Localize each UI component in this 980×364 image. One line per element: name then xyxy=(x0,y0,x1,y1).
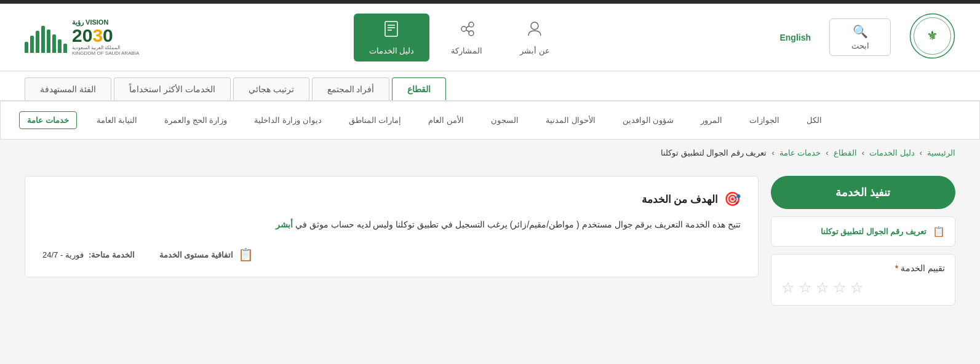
tab-most-used[interactable]: الخدمات الأكثر استخداماً xyxy=(114,77,231,100)
sub-tab-traffic[interactable]: المرور xyxy=(693,112,730,129)
star-1[interactable]: ☆ xyxy=(781,279,795,296)
search-icon: 🔍 xyxy=(853,24,868,39)
right-panel: 🎯 الهدف من الخدمة تتيح هذه الخدمة التعري… xyxy=(25,176,759,277)
vision-2030-logo: رؤية VISION 2030 المملكة العربية السعودي… xyxy=(25,18,139,56)
tab-society[interactable]: أفراد المجتمع xyxy=(312,77,390,100)
svg-rect-10 xyxy=(385,22,397,36)
svg-point-7 xyxy=(469,31,474,36)
star-3[interactable]: ☆ xyxy=(816,279,829,296)
service-guide-icon xyxy=(382,20,400,42)
service-name-row: 📋 تعريف رقم الجوال لتطبيق توكلنا xyxy=(781,226,945,237)
breadcrumb-home[interactable]: الرئيسية xyxy=(927,148,955,157)
participation-icon xyxy=(458,20,476,42)
sla-icon: 📋 xyxy=(238,247,253,262)
absher-label: عن أبشر xyxy=(520,46,550,55)
header: 🌿 ⚜ 🔍 ابحث English عن أبشر xyxy=(0,4,980,71)
service-meta-row: 📋 اتفاقية مستوى الخدمة الخدمة متاحة: فور… xyxy=(42,247,741,262)
sub-tab-general-services[interactable]: خدمات عامة xyxy=(19,111,77,129)
svg-point-4 xyxy=(531,22,538,30)
execute-service-button[interactable]: تنفيذ الخدمة xyxy=(771,176,955,209)
svg-line-9 xyxy=(466,30,469,32)
breadcrumb-section: الرئيسية › دليل الخدمات › القطاع › خدمات… xyxy=(0,140,980,166)
svg-line-8 xyxy=(466,26,469,28)
service-guide-label: دليل الخدمات xyxy=(369,46,415,55)
goal-icon: 🎯 xyxy=(724,191,741,207)
sla-item: 📋 اتفاقية مستوى الخدمة xyxy=(159,247,253,262)
svg-point-5 xyxy=(461,26,466,31)
star-4[interactable]: ☆ xyxy=(833,279,847,296)
goal-title-text: الهدف من الخدمة xyxy=(642,193,718,206)
vision-year-text: 2030 xyxy=(72,26,113,45)
breadcrumb-sep-3: › xyxy=(826,148,828,157)
tab-target-group[interactable]: الفئة المستهدفة xyxy=(25,77,111,100)
nav-participation[interactable]: المشاركة xyxy=(436,14,498,61)
service-name-icon: 📋 xyxy=(933,226,945,237)
breadcrumb-sep-2: › xyxy=(862,148,864,157)
breadcrumb-service-guide[interactable]: دليل الخدمات xyxy=(869,148,915,157)
tabs-section: القطاع أفراد المجتمع ترتيب هجائي الخدمات… xyxy=(0,71,980,101)
sub-tab-expatriates[interactable]: شؤون الوافدين xyxy=(615,112,682,129)
participation-label: المشاركة xyxy=(451,46,482,55)
breadcrumb-current: تعريف رقم الجوال لتطبيق توكلنا xyxy=(661,148,767,157)
header-nav: عن أبشر المشاركة xyxy=(354,14,566,61)
breadcrumb-sep-1: › xyxy=(920,148,922,157)
vision-bars xyxy=(25,22,67,53)
absher-icon xyxy=(525,20,544,42)
sub-tab-hajj[interactable]: وزارة الحج والعمرة xyxy=(157,112,234,129)
main-content: تنفيذ الخدمة 📋 تعريف رقم الجوال لتطبيق ت… xyxy=(0,166,980,330)
sub-tab-public-security[interactable]: الأمن العام xyxy=(421,112,471,129)
service-name-text: تعريف رقم الجوال لتطبيق توكلنا xyxy=(821,227,926,236)
rating-required: * xyxy=(895,263,898,273)
sub-tab-all[interactable]: الكل xyxy=(799,112,829,129)
sla-label[interactable]: اتفاقية مستوى الخدمة xyxy=(159,250,233,259)
sub-tab-interior-office[interactable]: ديوان وزارة الداخلية xyxy=(247,112,329,129)
saudi-emblem: 🌿 ⚜ xyxy=(909,13,955,61)
left-panel: تنفيذ الخدمة 📋 تعريف رقم الجوال لتطبيق ت… xyxy=(771,176,955,306)
english-link[interactable]: English xyxy=(779,33,811,42)
availability-value: فورية - 24/7 xyxy=(42,250,84,259)
sub-tabs-container: الكل الجوازات المرور شؤون الوافدين الأحو… xyxy=(0,101,980,140)
sub-tab-prisons[interactable]: السجون xyxy=(484,112,526,129)
sub-tab-civil-affairs[interactable]: الأحوال المدنية xyxy=(538,112,603,129)
breadcrumb: الرئيسية › دليل الخدمات › القطاع › خدمات… xyxy=(25,148,955,157)
vision-sub-text: المملكة العربية السعودية xyxy=(72,45,120,50)
absher-link[interactable]: أبشر xyxy=(276,220,293,229)
rating-label: تقييم الخدمة * xyxy=(781,263,945,273)
header-right: 🌿 ⚜ 🔍 ابحث English xyxy=(779,13,955,61)
stars-container: ☆ ☆ ☆ ☆ ☆ xyxy=(781,279,945,296)
main-tabs: القطاع أفراد المجتمع ترتيب هجائي الخدمات… xyxy=(25,77,955,100)
vision-text: رؤية VISION 2030 المملكة العربية السعودي… xyxy=(72,18,139,56)
sub-tab-emirates[interactable]: إمارات المناطق xyxy=(341,112,409,129)
breadcrumb-sep-4: › xyxy=(771,148,774,157)
availability-item: الخدمة متاحة: فورية - 24/7 xyxy=(42,250,135,259)
nav-absher[interactable]: عن أبشر xyxy=(504,14,565,61)
sub-tabs: الكل الجوازات المرور شؤون الوافدين الأحو… xyxy=(19,111,961,129)
service-description: تتيح هذه الخدمة التعريف برقم جوال مستخدم… xyxy=(42,217,741,232)
tab-alphabetical[interactable]: ترتيب هجائي xyxy=(233,77,309,100)
search-label: ابحث xyxy=(851,41,869,50)
goal-section-title: 🎯 الهدف من الخدمة xyxy=(42,191,741,207)
star-5[interactable]: ☆ xyxy=(850,279,864,296)
svg-point-6 xyxy=(469,22,474,27)
vision-kingdom-text: KINGDOM OF SAUDI ARABIA xyxy=(72,50,139,56)
service-name-card: 📋 تعريف رقم الجوال لتطبيق توكلنا xyxy=(771,216,955,247)
search-box[interactable]: 🔍 ابحث xyxy=(829,18,891,56)
breadcrumb-general-services[interactable]: خدمات عامة xyxy=(779,148,821,157)
nav-service-guide[interactable]: دليل الخدمات xyxy=(354,14,430,61)
svg-text:⚜: ⚜ xyxy=(926,28,938,42)
availability-label: الخدمة متاحة: xyxy=(89,250,135,259)
sub-tab-passports[interactable]: الجوازات xyxy=(742,112,787,129)
star-2[interactable]: ☆ xyxy=(799,279,812,296)
breadcrumb-sector[interactable]: القطاع xyxy=(834,148,857,157)
tab-sector[interactable]: القطاع xyxy=(392,77,446,100)
sub-tab-general-prosecution[interactable]: النيابة العامة xyxy=(89,112,145,129)
rating-section: تقييم الخدمة * ☆ ☆ ☆ ☆ ☆ xyxy=(771,254,955,306)
